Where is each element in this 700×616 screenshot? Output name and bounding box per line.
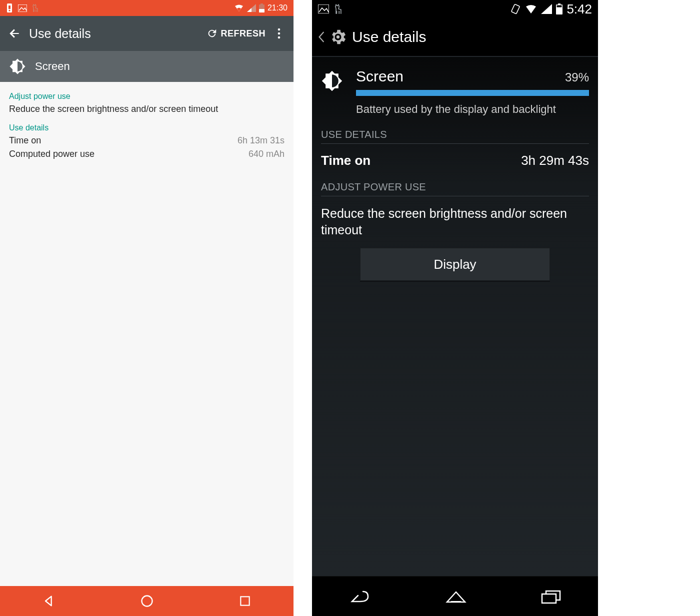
signal-icon <box>247 4 256 12</box>
svg-rect-14 <box>512 4 520 14</box>
llama-icon <box>32 3 39 12</box>
sub-header: Screen <box>0 51 294 82</box>
brightness-icon <box>321 68 351 92</box>
status-bar: 5:42 <box>312 0 598 18</box>
svg-point-8 <box>278 32 280 35</box>
row-value: 3h 29m 43s <box>521 153 589 168</box>
brightness-icon <box>9 58 26 75</box>
svg-rect-24 <box>542 594 556 603</box>
rotation-icon <box>510 3 521 14</box>
nav-home-button[interactable] <box>140 594 154 608</box>
sub-header-title: Screen <box>35 60 70 73</box>
page-title: Use details <box>352 28 426 45</box>
signal-icon <box>541 4 552 14</box>
svg-rect-16 <box>558 3 560 5</box>
svg-rect-6 <box>259 9 264 12</box>
section-details-title: USE DETAILS <box>321 129 589 144</box>
nav-bar <box>0 586 294 616</box>
nav-recent-button[interactable] <box>540 589 562 604</box>
content: Screen 39% Battery used by the display a… <box>312 57 598 576</box>
refresh-button[interactable]: REFRESH <box>206 28 266 39</box>
overflow-menu[interactable] <box>270 28 288 39</box>
display-button-label: Display <box>434 257 476 272</box>
more-vert-icon <box>278 28 280 39</box>
warning-icon <box>6 3 13 12</box>
nav-home-button[interactable] <box>444 589 468 604</box>
refresh-icon <box>206 28 218 39</box>
row-label: Time on <box>321 153 370 168</box>
phone-right: 5:42 Use details Screen 39% <box>312 0 598 616</box>
row-time-on: Time on 3h 29m 43s <box>321 153 589 168</box>
settings-icon[interactable] <box>328 27 348 47</box>
display-button[interactable]: Display <box>360 248 550 281</box>
section-adjust-title: Adjust power use <box>9 92 284 101</box>
phone-left: 21:30 Use details REFRESH Screen Adjust … <box>0 0 294 616</box>
app-bar: Use details <box>312 18 598 57</box>
svg-rect-17 <box>557 5 562 7</box>
wifi-icon <box>525 4 537 14</box>
nav-back-button[interactable] <box>42 594 56 608</box>
status-bar: 21:30 <box>0 0 294 16</box>
back-button[interactable] <box>6 25 23 42</box>
battery-icon <box>259 3 264 12</box>
usage-bar <box>356 90 589 96</box>
battery-icon <box>556 3 562 14</box>
svg-rect-1 <box>8 5 10 9</box>
section-details-title: Use details <box>9 123 284 132</box>
back-button[interactable] <box>317 31 326 42</box>
component-name: Screen <box>356 68 404 85</box>
app-bar: Use details REFRESH <box>0 16 294 51</box>
svg-point-11 <box>142 596 152 607</box>
refresh-label: REFRESH <box>220 28 266 39</box>
summary-block: Screen 39% Battery used by the display a… <box>321 68 589 116</box>
status-time: 5:42 <box>566 1 592 17</box>
svg-point-20 <box>336 35 340 38</box>
row-computed-power: Computed power use 640 mAh <box>9 149 284 159</box>
nav-back-button[interactable] <box>348 589 372 605</box>
llama-icon <box>334 3 343 14</box>
image-icon <box>318 4 329 13</box>
status-time: 21:30 <box>268 3 288 12</box>
row-value: 6h 13m 31s <box>238 135 284 146</box>
row-label: Time on <box>9 135 41 146</box>
svg-rect-22 <box>451 601 461 603</box>
content: Adjust power use Reduce the screen brigh… <box>0 82 294 586</box>
screenshot-gap <box>294 0 312 616</box>
adjust-body: Reduce the screen brightness and/or scre… <box>321 205 589 238</box>
row-value: 640 mAh <box>248 149 284 159</box>
svg-point-7 <box>278 28 280 31</box>
component-desc: Battery used by the display and backligh… <box>356 103 589 116</box>
wifi-icon <box>234 4 244 12</box>
section-adjust-title: ADJUST POWER USE <box>321 181 589 196</box>
percent-label: 39% <box>565 70 589 84</box>
svg-rect-5 <box>260 3 263 4</box>
page-title: Use details <box>29 26 91 41</box>
row-time-on: Time on 6h 13m 31s <box>9 135 284 146</box>
row-label: Computed power use <box>9 149 94 159</box>
svg-point-9 <box>278 36 280 39</box>
image-icon <box>18 4 27 12</box>
adjust-body: Reduce the screen brightness and/or scre… <box>9 104 284 114</box>
svg-point-2 <box>8 9 10 11</box>
nav-bar <box>312 576 598 616</box>
svg-rect-12 <box>240 597 249 605</box>
nav-recent-button[interactable] <box>238 595 252 608</box>
